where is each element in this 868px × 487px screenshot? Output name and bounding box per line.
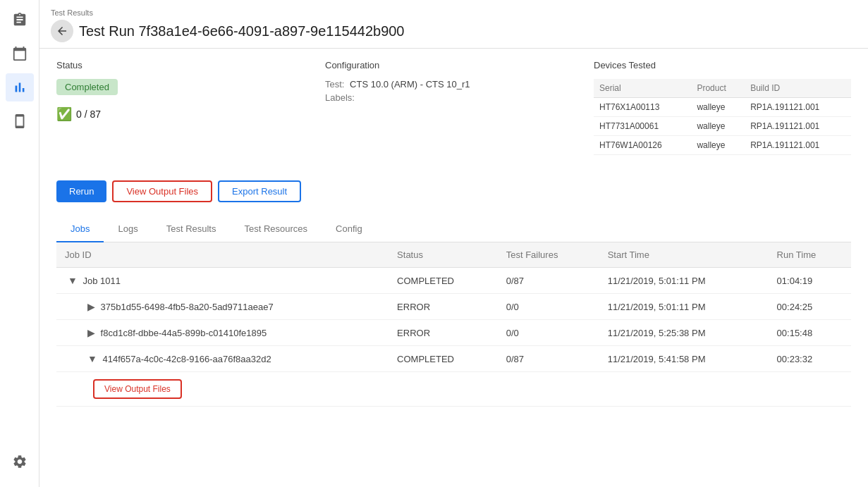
- col-status: Status: [389, 242, 498, 268]
- col-start-time: Start Time: [599, 242, 769, 268]
- status-badge: Completed: [56, 79, 118, 95]
- tab-config[interactable]: Config: [322, 216, 377, 242]
- devices-table: Serial Product Build ID HT76X1A00113 wal…: [594, 79, 851, 155]
- test-label: Test:: [325, 79, 344, 90]
- status-cell: ERROR: [389, 294, 498, 320]
- start-time-cell: 11/21/2019, 5:01:11 PM: [599, 268, 769, 294]
- status-section: Status Completed ✅ 0 / 87: [56, 60, 314, 155]
- view-output-files-button[interactable]: View Output Files: [112, 180, 212, 202]
- tab-logs[interactable]: Logs: [104, 216, 152, 242]
- tabs-bar: Jobs Logs Test Results Test Resources Co…: [56, 216, 851, 242]
- labels-label: Labels:: [325, 92, 355, 103]
- back-icon: [56, 25, 68, 37]
- back-button[interactable]: [51, 20, 73, 42]
- status-cell: ERROR: [389, 320, 498, 346]
- action-buttons: Rerun View Output Files Export Result: [56, 180, 851, 202]
- view-output-cell: View Output Files: [56, 372, 851, 407]
- config-section: Configuration Test: CTS 10.0 (ARM) - CTS…: [325, 60, 582, 155]
- sidebar-item-tasks[interactable]: [6, 6, 34, 34]
- table-row: ▼ Job 1011 COMPLETED 0/87 11/21/2019, 5:…: [56, 268, 851, 294]
- devices-col-product: Product: [691, 79, 745, 98]
- run-time-cell: 00:15:48: [769, 320, 851, 346]
- breadcrumb: Test Results: [51, 8, 851, 17]
- sidebar-item-settings[interactable]: [6, 448, 34, 476]
- table-row: ▼ 414f657a-4c0c-42c8-9166-aa76f8aa32d2 C…: [56, 346, 851, 372]
- sidebar-item-calendar[interactable]: [6, 39, 34, 68]
- failures-cell: 0/87: [498, 268, 599, 294]
- content-area: Status Completed ✅ 0 / 87 Configuration …: [39, 49, 868, 487]
- rerun-button[interactable]: Rerun: [56, 180, 106, 202]
- test-value: CTS 10.0 (ARM) - CTS 10_r1: [350, 79, 470, 90]
- col-run-time: Run Time: [769, 242, 851, 268]
- status-heading: Status: [56, 60, 314, 70]
- col-failures: Test Failures: [498, 242, 599, 268]
- product-cell: walleye: [691, 136, 745, 155]
- status-cell: COMPLETED: [389, 346, 498, 372]
- page-title: Test Run 7f38a1e4-6e66-4091-a897-9e11544…: [79, 23, 405, 39]
- serial-cell: HT76W1A00126: [594, 136, 691, 155]
- failures-cell: 0/87: [498, 346, 599, 372]
- job-id-cell: ▼ Job 1011: [56, 268, 389, 294]
- tab-test-resources[interactable]: Test Resources: [230, 216, 322, 242]
- pass-count-row: ✅ 0 / 87: [56, 106, 314, 122]
- product-cell: walleye: [691, 98, 745, 117]
- run-time-cell: 01:04:19: [769, 268, 851, 294]
- table-row: ▶ 375b1d55-6498-4fb5-8a20-5ad9711aeae7 E…: [56, 294, 851, 320]
- export-result-button[interactable]: Export Result: [218, 180, 301, 202]
- job-id-cell: ▼ 414f657a-4c0c-42c8-9166-aa76f8aa32d2: [56, 346, 389, 372]
- table-row: ▶ f8cd1c8f-dbbe-44a5-899b-c01410fe1895 E…: [56, 320, 851, 346]
- expand-button[interactable]: ▶: [85, 327, 98, 338]
- devices-heading: Devices Tested: [594, 60, 851, 70]
- build-id-cell: RP1A.191121.001: [745, 136, 851, 155]
- pass-count-value: 0 / 87: [76, 109, 101, 120]
- jobs-table: Job ID Status Test Failures Start Time R…: [56, 242, 851, 407]
- header: Test Results Test Run 7f38a1e4-6e66-4091…: [39, 0, 868, 49]
- expand-button[interactable]: ▶: [85, 301, 98, 312]
- job-id-cell: ▶ 375b1d55-6498-4fb5-8a20-5ad9711aeae7: [56, 294, 389, 320]
- table-row: View Output Files: [56, 372, 851, 407]
- devices-col-serial: Serial: [594, 79, 691, 98]
- tab-test-results[interactable]: Test Results: [152, 216, 231, 242]
- start-time-cell: 11/21/2019, 5:41:58 PM: [599, 346, 769, 372]
- devices-col-build: Build ID: [745, 79, 851, 98]
- serial-cell: HT7731A00061: [594, 117, 691, 136]
- serial-cell: HT76X1A00113: [594, 98, 691, 117]
- view-output-files-small-button[interactable]: View Output Files: [93, 379, 182, 399]
- table-row: HT76W1A00126 walleye RP1A.191121.001: [594, 136, 851, 155]
- collapse-button[interactable]: ▼: [85, 353, 100, 364]
- run-time-cell: 00:24:25: [769, 294, 851, 320]
- collapse-button[interactable]: ▼: [65, 275, 80, 286]
- start-time-cell: 11/21/2019, 5:01:11 PM: [599, 294, 769, 320]
- devices-section: Devices Tested Serial Product Build ID H…: [594, 60, 851, 155]
- status-cell: COMPLETED: [389, 268, 498, 294]
- start-time-cell: 11/21/2019, 5:25:38 PM: [599, 320, 769, 346]
- run-time-cell: 00:23:32: [769, 346, 851, 372]
- tab-jobs[interactable]: Jobs: [56, 216, 104, 242]
- sidebar-item-analytics[interactable]: [6, 73, 34, 101]
- job-id-cell: ▶ f8cd1c8f-dbbe-44a5-899b-c01410fe1895: [56, 320, 389, 346]
- failures-cell: 0/0: [498, 320, 599, 346]
- check-circle-icon: ✅: [56, 106, 72, 122]
- sidebar-item-device[interactable]: [6, 107, 34, 135]
- main-content: Test Results Test Run 7f38a1e4-6e66-4091…: [39, 0, 868, 487]
- title-row: Test Run 7f38a1e4-6e66-4091-a897-9e11544…: [51, 20, 851, 42]
- config-test-row: Test: CTS 10.0 (ARM) - CTS 10_r1: [325, 79, 582, 90]
- build-id-cell: RP1A.191121.001: [745, 117, 851, 136]
- config-labels-row: Labels:: [325, 92, 582, 103]
- table-row: HT7731A00061 walleye RP1A.191121.001: [594, 117, 851, 136]
- config-heading: Configuration: [325, 60, 582, 70]
- product-cell: walleye: [691, 117, 745, 136]
- build-id-cell: RP1A.191121.001: [745, 98, 851, 117]
- info-grid: Status Completed ✅ 0 / 87 Configuration …: [56, 60, 851, 166]
- col-job-id: Job ID: [56, 242, 389, 268]
- table-row: HT76X1A00113 walleye RP1A.191121.001: [594, 98, 851, 117]
- failures-cell: 0/0: [498, 294, 599, 320]
- sidebar: [0, 0, 39, 487]
